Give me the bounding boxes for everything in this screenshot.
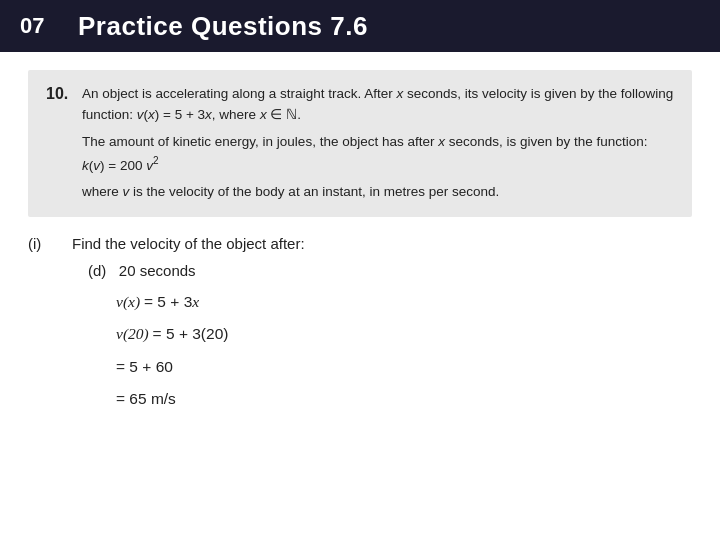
- part-i-text: Find the velocity of the object after:: [72, 235, 305, 252]
- solution-step-3: = 5 + 60: [116, 354, 692, 380]
- part-d-row: (d) 20 seconds: [88, 262, 692, 279]
- page-title: Practice Questions 7.6: [78, 11, 368, 42]
- question-number: 10.: [46, 85, 82, 103]
- header: 07 Practice Questions 7.6: [0, 0, 720, 52]
- slide-number: 07: [20, 13, 58, 39]
- part-d-label: (d): [88, 262, 106, 279]
- solution-block: (d) 20 seconds v(x) = 5 + 3x v(20) = 5 +…: [28, 262, 692, 412]
- question-para1: An object is accelerating along a straig…: [82, 84, 674, 126]
- question-para2: The amount of kinetic energy, in joules,…: [82, 132, 674, 176]
- page: 07 Practice Questions 7.6 10. An object …: [0, 0, 720, 540]
- question-para3: where v is the velocity of the body at a…: [82, 182, 674, 203]
- question-text: An object is accelerating along a straig…: [82, 84, 674, 203]
- solution-step-4: = 65 m/s: [116, 386, 692, 412]
- question-box: 10. An object is accelerating along a st…: [28, 70, 692, 217]
- part-i-row: (i) Find the velocity of the object afte…: [28, 235, 692, 252]
- part-i-label: (i): [28, 235, 72, 252]
- solution-step-1: v(x) = 5 + 3x: [116, 289, 692, 315]
- solution-step-2: v(20) = 5 + 3(20): [116, 321, 692, 347]
- content-area: (i) Find the velocity of the object afte…: [0, 217, 720, 412]
- part-d-text: 20 seconds: [119, 262, 196, 279]
